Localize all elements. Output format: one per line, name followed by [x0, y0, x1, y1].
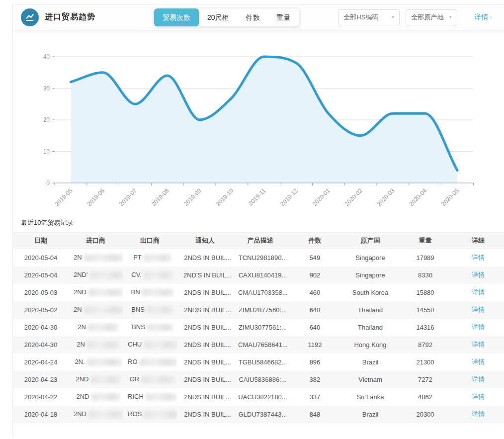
cell-origin-country: Hong Kong	[342, 336, 398, 353]
tab-piece-count[interactable]: 件数	[238, 8, 268, 26]
origin-select-value: 全部原产地	[411, 13, 443, 22]
row-detail-link[interactable]: 详情	[472, 341, 485, 348]
cell-exporter: RO	[123, 353, 177, 371]
cell-detail: 详情	[452, 319, 504, 336]
tab-20ft-container[interactable]: 20尺柜	[199, 8, 238, 26]
cell-detail: 详情	[452, 301, 504, 319]
x-axis-label: 2019-07	[118, 187, 138, 207]
tab-weight[interactable]: 重量	[268, 8, 299, 26]
x-axis-label: 2020-05	[440, 187, 460, 207]
chevron-down-icon: ▾	[449, 14, 452, 19]
cell-origin-country: Singapore	[342, 249, 398, 266]
page-title: 进口贸易趋势	[45, 12, 95, 22]
x-axis-label: 2019-08	[150, 187, 170, 207]
redacted-importer-name	[87, 341, 120, 349]
x-axis-label: 2019-12	[279, 187, 299, 207]
row-detail-link[interactable]: 详情	[472, 323, 485, 331]
origin-select[interactable]: 全部原产地 ▾	[406, 9, 457, 25]
table-row: 2020-04-302NCHU2NDS IN BUIL...CMAU765864…	[13, 336, 504, 353]
cell-product-desc: CMAU1703358...	[233, 284, 287, 301]
cell-origin-country: Thailand	[342, 301, 398, 319]
cell-notify-party: 2NDS IN BUIL...	[177, 371, 233, 388]
redacted-exporter-name	[140, 358, 177, 366]
cell-exporter: BNS	[123, 319, 177, 336]
col-header-product-desc: 产品描述	[233, 233, 287, 249]
redacted-exporter-name	[144, 254, 171, 262]
row-detail-link[interactable]: 详情	[472, 375, 485, 383]
row-detail-link[interactable]: 详情	[472, 254, 485, 261]
tab-trade-count[interactable]: 贸易次数	[154, 8, 199, 26]
cell-weight: 21300	[398, 353, 452, 371]
cell-quantity: 1192	[287, 336, 342, 353]
cell-importer: 2ND	[69, 388, 123, 406]
cell-product-desc: CMAU7658641...	[233, 336, 287, 353]
col-header-exporter: 出口商	[123, 233, 177, 249]
cell-quantity: 337	[287, 388, 342, 406]
redacted-exporter-name	[147, 324, 173, 331]
cell-weight: 15880	[398, 284, 452, 301]
y-axis-label: 10	[43, 148, 50, 155]
redacted-importer-name	[88, 289, 123, 296]
x-axis-label: 2019-05	[53, 187, 74, 207]
col-header-quantity: 件数	[287, 233, 342, 249]
redacted-importer-name	[88, 411, 123, 418]
col-header-detail: 详细	[452, 233, 504, 249]
y-axis-label: 20	[43, 116, 50, 123]
cell-origin-country: Vietnam	[342, 371, 398, 388]
cell-quantity: 460	[287, 284, 342, 301]
row-detail-link[interactable]: 详情	[472, 306, 485, 313]
cell-notify-party: 2ND'S IN BUIL...	[177, 266, 233, 284]
redacted-exporter-name	[141, 376, 175, 383]
header-detail-link[interactable]: 详情›	[474, 13, 492, 22]
cell-exporter: CV.	[123, 266, 177, 284]
cell-notify-party: 2NDS IN BUIL...	[177, 406, 233, 423]
row-detail-link[interactable]: 详情	[472, 288, 485, 296]
redacted-exporter-name	[146, 393, 177, 401]
cell-importer: 2N	[69, 319, 123, 336]
cell-product-desc: TGBU5846682...	[233, 353, 287, 371]
cell-notify-party: 2NDS IN BUIL...	[177, 336, 233, 353]
cell-quantity: 640	[287, 319, 342, 336]
row-detail-link[interactable]: 详情	[472, 410, 485, 418]
row-detail-link[interactable]: 详情	[472, 393, 485, 400]
cell-weight: 4862	[398, 388, 452, 406]
table-row: 2020-05-032NDBN2NDS IN BUIL...CMAU170335…	[13, 284, 504, 301]
cell-quantity: 549	[287, 249, 342, 266]
cell-detail: 详情	[452, 388, 504, 406]
x-axis-label: 2020-02	[343, 187, 364, 207]
table-row: 2020-05-022NBNS2NDS IN BUIL...ZIMU287756…	[13, 301, 504, 319]
cell-date: 2020-05-04	[13, 249, 69, 266]
cell-date: 2020-04-24	[13, 353, 69, 371]
table-row: 2020-04-182NDROS2NDS IN BUIL...GLDU73874…	[13, 406, 504, 423]
x-axis-label: 2019-10	[214, 187, 235, 207]
trend-area-chart: 0102030402019-052019-062019-072019-08201…	[13, 47, 504, 212]
hs-code-select-value: 全部HS编码	[343, 13, 378, 22]
cell-date: 2020-04-23	[13, 371, 69, 388]
cell-importer: 2N	[69, 336, 123, 353]
cell-exporter: BNS	[123, 301, 177, 319]
cell-notify-party: 2NDS IN BUIL...	[177, 319, 233, 336]
x-axis-label: 2019-11	[247, 187, 267, 207]
redacted-exporter-name	[142, 289, 174, 296]
table-row: 2020-05-042NPT2NDS IN BUIL...TCNU2981890…	[13, 249, 504, 266]
chevron-right-icon: ›	[490, 13, 492, 21]
x-axis-label: 2020-03	[375, 187, 396, 207]
redacted-exporter-name	[144, 271, 173, 279]
cell-importer: 2N	[69, 249, 123, 266]
redacted-importer-name	[87, 358, 122, 366]
table-row: 2020-04-232NDOR2NDS IN BUIL...CAIU583688…	[13, 371, 504, 388]
row-detail-link[interactable]: 详情	[472, 271, 485, 278]
cell-exporter: BN	[123, 284, 177, 301]
trend-chart-icon	[21, 8, 39, 26]
x-axis-label: 2020-04	[408, 187, 428, 207]
row-detail-link[interactable]: 详情	[472, 358, 485, 365]
recent-trades-section: 最近10笔贸易记录 日期 进口商 出口商 通知人 产品描述 件数 原产国 重量 …	[13, 218, 504, 423]
recent-trades-table: 日期 进口商 出口商 通知人 产品描述 件数 原产国 重量 详细 2020-05…	[13, 232, 504, 423]
cell-importer: 2N.	[69, 353, 123, 371]
y-axis-label: 0	[46, 179, 50, 186]
area-fill	[71, 57, 457, 183]
cell-exporter: OR	[123, 371, 177, 388]
hs-code-select[interactable]: 全部HS编码 ▾	[338, 9, 400, 25]
cell-importer: 2ND	[69, 371, 123, 388]
cell-weight: 14550	[398, 301, 452, 319]
